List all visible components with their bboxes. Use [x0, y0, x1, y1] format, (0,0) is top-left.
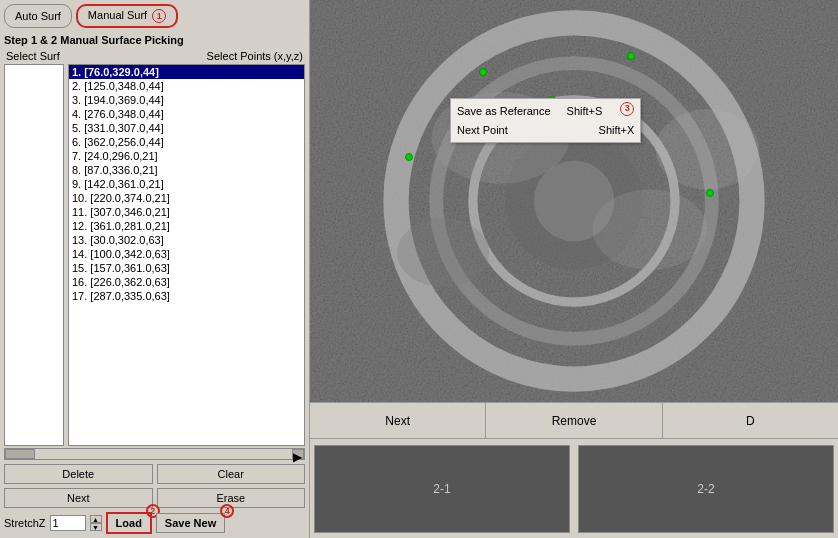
spinner-up[interactable]: ▲ — [90, 515, 102, 523]
list-item[interactable]: 5. [331.0,307.0,44] — [69, 121, 304, 135]
list-item[interactable]: 9. [142.0,361.0,21] — [69, 177, 304, 191]
toolbar-next-button[interactable]: Next — [310, 403, 486, 438]
left-panel: Auto Surf Manual Surf 1 Step 1 & 2 Manua… — [0, 0, 310, 538]
spinner-down[interactable]: ▼ — [90, 523, 102, 531]
list-item[interactable]: 4. [276.0,348.0,44] — [69, 107, 304, 121]
points-list[interactable]: 1. [76.0,329.0,44]2. [125.0,348.0,44]3. … — [68, 64, 305, 446]
thumbnail-row: 2-1 2-2 — [310, 438, 838, 538]
surf-list[interactable] — [4, 64, 64, 446]
thumbnail-1[interactable]: 2-1 — [314, 445, 570, 533]
list-item[interactable]: 6. [362.0,256.0,44] — [69, 135, 304, 149]
ctx-next-label[interactable]: Next Point — [457, 121, 508, 140]
svg-point-9 — [397, 218, 489, 287]
manual-surf-tab[interactable]: Manual Surf 1 — [76, 4, 178, 28]
delete-clear-row: Delete Clear — [4, 464, 305, 484]
list-item[interactable]: 12. [361.0,281.0,21] — [69, 219, 304, 233]
stretch-label: StretchZ — [4, 517, 46, 529]
green-dot-5 — [405, 153, 413, 161]
ctx-circle-3: 3 — [620, 102, 634, 116]
bottom-toolbar: Next Remove D — [310, 402, 838, 438]
thumbnail-2-label: 2-2 — [697, 482, 714, 496]
list-item[interactable]: 13. [30.0,302.0,63] — [69, 233, 304, 247]
list-item[interactable]: 7. [24.0,296.0,21] — [69, 149, 304, 163]
save-new-circle-4: 4 — [220, 504, 234, 518]
stretch-row: StretchZ ▲ ▼ Load 2 Save New 4 — [4, 512, 305, 534]
auto-surf-tab[interactable]: Auto Surf — [4, 4, 72, 28]
clear-button[interactable]: Clear — [157, 464, 306, 484]
right-panel: Save as Referance Shift+S 3 Next Point S… — [310, 0, 838, 538]
columns-header: Select Surf Select Points (x,y,z) — [4, 50, 305, 62]
context-menu: Save as Referance Shift+S 3 Next Point S… — [450, 98, 641, 143]
scroll-right-btn[interactable]: ▶ — [292, 449, 304, 459]
list-item[interactable]: 14. [100.0,342.0,63] — [69, 247, 304, 261]
list-item[interactable]: 10. [220.0,374.0,21] — [69, 191, 304, 205]
list-item[interactable]: 1. [76.0,329.0,44] — [69, 65, 304, 79]
toolbar-d-button[interactable]: D — [663, 403, 838, 438]
list-item[interactable]: 17. [287.0,335.0,63] — [69, 289, 304, 303]
step-title: Step 1 & 2 Manual Surface Picking — [4, 34, 305, 46]
list-item[interactable]: 11. [307.0,346.0,21] — [69, 205, 304, 219]
ctx-save-label[interactable]: Save as Referance — [457, 102, 551, 121]
thumbnail-2[interactable]: 2-2 — [578, 445, 834, 533]
svg-point-10 — [656, 109, 759, 189]
list-item[interactable]: 15. [157.0,361.0,63] — [69, 261, 304, 275]
delete-button[interactable]: Delete — [4, 464, 153, 484]
list-item[interactable]: 3. [194.0,369.0,44] — [69, 93, 304, 107]
svg-point-8 — [592, 190, 707, 270]
ctx-next-row: Next Point Shift+X — [457, 121, 634, 140]
thumbnail-1-label: 2-1 — [433, 482, 450, 496]
tab-circle-1: 1 — [152, 9, 166, 23]
stretch-input[interactable] — [50, 515, 86, 531]
toolbar-remove-button[interactable]: Remove — [486, 403, 662, 438]
image-area[interactable]: Save as Referance Shift+S 3 Next Point S… — [310, 0, 838, 402]
ctx-save-row: Save as Referance Shift+S 3 — [457, 102, 634, 121]
list-item[interactable]: 2. [125.0,348.0,44] — [69, 79, 304, 93]
select-surf-header: Select Surf — [6, 50, 60, 62]
horizontal-scrollbar[interactable]: ▶ — [4, 448, 305, 460]
load-button[interactable]: Load 2 — [106, 512, 152, 534]
stretch-spinner: ▲ ▼ — [90, 515, 102, 531]
ctx-next-shortcut: Shift+X — [599, 121, 635, 140]
tab-row: Auto Surf Manual Surf 1 — [4, 4, 305, 28]
select-points-header: Select Points (x,y,z) — [207, 50, 303, 62]
scrollbar-thumb — [5, 449, 35, 459]
context-menu-wrapper: Save as Referance Shift+S 3 Next Point S… — [450, 98, 641, 143]
save-new-button[interactable]: Save New 4 — [156, 513, 225, 533]
ctx-save-shortcut: Shift+S — [567, 102, 603, 121]
next-button[interactable]: Next — [4, 488, 153, 508]
list-area: 1. [76.0,329.0,44]2. [125.0,348.0,44]3. … — [4, 64, 305, 446]
mri-image — [310, 0, 838, 402]
list-item[interactable]: 8. [87.0,336.0,21] — [69, 163, 304, 177]
green-dot-4 — [706, 189, 714, 197]
list-item[interactable]: 16. [226.0,362.0,63] — [69, 275, 304, 289]
